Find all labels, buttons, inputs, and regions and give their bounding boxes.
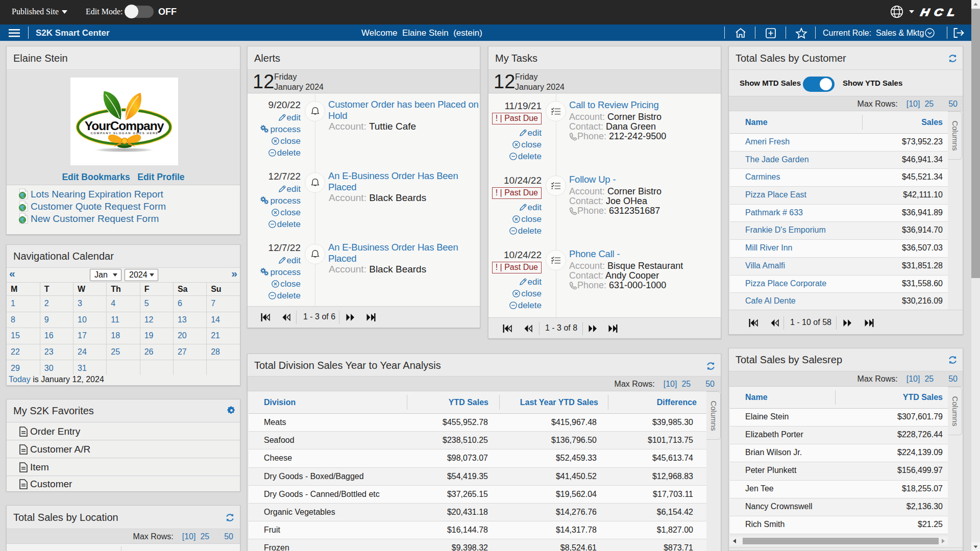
svg-text:YourCompany: YourCompany [85,119,164,133]
svg-text:COMPANY SLOGAN GOES HERE: COMPANY SLOGAN GOES HERE [90,132,158,135]
